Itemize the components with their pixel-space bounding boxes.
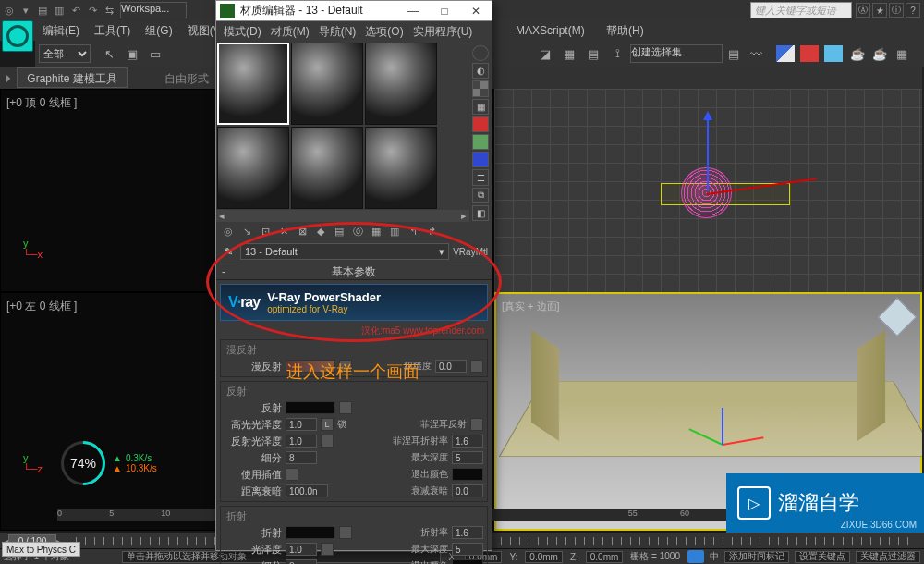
selection-filter-dropdown[interactable]: 全部 xyxy=(39,44,91,63)
viewport-left-label[interactable]: [+0 左 0 线框 ] xyxy=(6,299,77,314)
render-production-icon[interactable]: ☕ xyxy=(846,43,869,65)
refr-maxdepth-spinner[interactable]: 5 xyxy=(452,543,483,556)
ior-spinner[interactable]: 1.6 xyxy=(452,526,483,539)
me-menu-navigate[interactable]: 导航(N) xyxy=(319,24,357,40)
sample-scrollbar-h[interactable]: ◂ ▸ xyxy=(216,210,469,222)
help-a-icon[interactable]: Ⓐ xyxy=(856,3,870,18)
render-setup-icon[interactable] xyxy=(798,43,821,64)
material-name-dropdown[interactable]: 13 - Default▾ xyxy=(240,243,449,260)
fresnel-checkbox[interactable] xyxy=(470,418,483,431)
show-end-icon[interactable]: ▥ xyxy=(386,223,403,239)
help-globe-icon[interactable]: ⓘ xyxy=(889,3,904,18)
menu-down-icon[interactable]: ▾ xyxy=(18,3,33,18)
array-icon[interactable]: ▦ xyxy=(558,43,580,65)
refl-gloss-spinner[interactable]: 1.0 xyxy=(286,435,317,448)
align-icon[interactable]: ▤ xyxy=(582,43,604,65)
diffuse-map-button[interactable] xyxy=(339,360,352,373)
render-last-icon[interactable]: ▦ xyxy=(891,43,913,65)
go-forward-icon[interactable]: ↱ xyxy=(423,223,440,239)
sample-slot-3[interactable] xyxy=(365,43,437,125)
menu-tools[interactable]: 工具(T) xyxy=(87,23,138,39)
unknown-lang-icon[interactable]: 中 xyxy=(710,550,719,563)
reset-map-icon[interactable]: ✕ xyxy=(275,223,292,239)
me-menu-utilities[interactable]: 实用程序(U) xyxy=(413,24,473,40)
roughness-map-button[interactable] xyxy=(470,360,483,373)
sample-slot-5[interactable] xyxy=(291,127,363,209)
key-filters-button[interactable]: 关键点过滤器 xyxy=(856,551,920,563)
workspace-dropdown[interactable]: Workspa... xyxy=(120,2,187,18)
viewport-persp-label[interactable]: [真实 + 边面] xyxy=(502,300,560,313)
render-iterative-icon[interactable]: ☕ xyxy=(869,43,891,65)
sample-type-icon[interactable] xyxy=(472,45,489,61)
pick-material-icon[interactable]: ✎ xyxy=(220,243,237,260)
make-unique-icon[interactable]: ◆ xyxy=(312,223,329,239)
put-to-library-icon[interactable]: ▤ xyxy=(331,223,347,239)
transform-gizmo-icon[interactable] xyxy=(690,390,755,455)
refl-maxdepth-spinner[interactable]: 5 xyxy=(452,451,483,464)
material-type-button[interactable]: VRayMtl xyxy=(453,247,488,257)
select-by-mat-icon[interactable]: ⧉ xyxy=(472,188,489,203)
video-check-green-icon[interactable] xyxy=(472,134,489,150)
refract-color-swatch[interactable] xyxy=(286,526,335,539)
app-logo[interactable] xyxy=(2,20,33,52)
options-icon[interactable]: ☰ xyxy=(472,169,489,185)
refr-subdiv-spinner[interactable]: 8 xyxy=(286,559,317,564)
select-rect-icon[interactable]: ▭ xyxy=(144,43,166,65)
render-frame-icon[interactable] xyxy=(822,43,845,64)
get-material-icon[interactable]: ◎ xyxy=(220,223,237,239)
new-icon[interactable]: ▤ xyxy=(35,3,50,18)
autokey-icon[interactable] xyxy=(687,550,704,563)
mirror-icon[interactable]: ◪ xyxy=(534,43,556,65)
window-close-button[interactable]: ✕ xyxy=(460,2,492,20)
select-name-icon[interactable]: ▣ xyxy=(121,43,143,65)
ribbon-toggle-icon[interactable]: ⏵ xyxy=(4,72,13,83)
hilight-lock-button[interactable]: L xyxy=(321,418,334,431)
dim-falloff-spinner[interactable]: 0.0 xyxy=(452,484,483,497)
hilight-gloss-spinner[interactable]: 1.0 xyxy=(286,418,317,431)
maxscript-listener[interactable]: Max to Physcs C xyxy=(2,542,80,557)
menu-edit[interactable]: 编辑(E) xyxy=(35,23,87,39)
material-map-nav-icon[interactable]: ◧ xyxy=(472,205,489,221)
background-icon[interactable] xyxy=(472,80,489,96)
sample-slot-6[interactable] xyxy=(365,127,437,209)
selection-set-dropdown[interactable]: 创建选择集 xyxy=(630,44,723,63)
material-editor-titlebar[interactable]: 材质编辑器 - 13 - Default — □ ✕ xyxy=(216,1,492,21)
add-time-tag-button[interactable]: 添加时间标记 xyxy=(724,551,789,563)
snap-icon[interactable]: ⟟ xyxy=(606,43,628,65)
fresnel-ior-spinner[interactable]: 1.6 xyxy=(452,435,483,448)
material-id-icon[interactable]: ⓪ xyxy=(349,223,366,239)
viewport-top-label[interactable]: [+0 顶 0 线框 ] xyxy=(6,95,77,111)
sample-uv-icon[interactable]: ▦ xyxy=(472,99,489,115)
layers-icon[interactable]: ▤ xyxy=(723,43,745,65)
help-question-icon[interactable]: ? xyxy=(906,3,920,18)
select-icon[interactable]: ↖ xyxy=(98,43,120,65)
sample-slot-4[interactable] xyxy=(217,127,289,209)
video-check-red-icon[interactable] xyxy=(472,116,489,132)
help-star-icon[interactable]: ★ xyxy=(872,3,887,18)
menu-help[interactable]: 帮助(H) xyxy=(599,23,651,39)
reflect-color-swatch[interactable] xyxy=(286,401,335,414)
viewport-front-scene[interactable] xyxy=(494,89,922,292)
search-input[interactable]: 键入关键字或短语 xyxy=(750,2,852,18)
undo-icon[interactable]: ↶ xyxy=(68,3,83,18)
open-icon[interactable]: ▥ xyxy=(52,3,67,18)
me-menu-mode[interactable]: 模式(D) xyxy=(224,24,261,40)
menu-group[interactable]: 组(G) xyxy=(138,23,179,39)
me-menu-options[interactable]: 选项(O) xyxy=(365,24,403,40)
backlight-icon[interactable]: ◐ xyxy=(472,63,489,79)
refr-exit-color-swatch[interactable] xyxy=(452,559,483,564)
refl-subdiv-spinner[interactable]: 8 xyxy=(286,451,317,464)
rollout-basic-params[interactable]: - 基本参数 xyxy=(216,264,492,280)
ribbon-tab-graphite[interactable]: Graphite 建模工具 xyxy=(17,67,128,88)
video-check-blue-icon[interactable] xyxy=(472,152,489,167)
refract-map-button[interactable] xyxy=(339,526,352,539)
link-icon[interactable]: ⇆ xyxy=(102,3,116,18)
assign-to-selection-icon[interactable]: ⊡ xyxy=(257,223,274,239)
refl-exit-color-swatch[interactable] xyxy=(452,468,483,481)
sample-slot-2[interactable] xyxy=(291,43,363,125)
refr-gloss-spinner[interactable]: 1.0 xyxy=(286,543,317,556)
material-editor-icon[interactable] xyxy=(774,43,796,64)
curve-editor-icon[interactable]: 〰 xyxy=(745,43,767,65)
refl-gloss-map-button[interactable] xyxy=(321,435,334,448)
refr-gloss-map-button[interactable] xyxy=(321,543,334,556)
